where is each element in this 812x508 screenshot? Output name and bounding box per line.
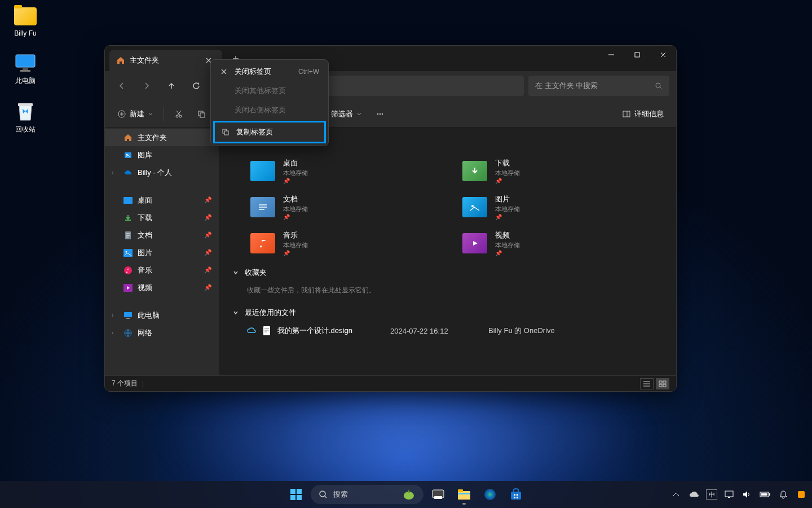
download-icon [123, 213, 133, 223]
copy-button[interactable] [191, 104, 211, 124]
section-favorites[interactable]: 收藏夹 [230, 263, 665, 282]
qa-item-documents[interactable]: 文档本地存储📌 [247, 191, 436, 224]
search-box[interactable]: 在 主文件夹 中搜索 [528, 76, 669, 96]
pin-icon: 📌 [283, 250, 308, 256]
tray-ime-icon[interactable]: 中 [706, 489, 717, 500]
file-icon [263, 326, 271, 336]
svg-rect-1 [23, 68, 28, 70]
titlebar[interactable]: 主文件夹 [105, 46, 676, 71]
ctx-close-tab[interactable]: 关闭标签页 Ctrl+W [213, 62, 326, 81]
sidebar-item-this-pc[interactable]: › 此电脑 [105, 306, 219, 324]
qa-item-desktop[interactable]: 桌面本地存储📌 [247, 155, 436, 187]
chevron-down-icon [232, 309, 239, 316]
tray-notification-icon[interactable] [777, 488, 789, 501]
tray-volume-icon[interactable] [741, 488, 753, 501]
svg-rect-46 [434, 496, 442, 499]
tray-chevron-up-icon[interactable] [670, 488, 682, 501]
explorer-body: 主文件夹 图库 › Billy - 个人 桌面 📌 [105, 128, 676, 375]
sidebar-item-label: 音乐 [138, 265, 152, 275]
qa-item-music[interactable]: 音乐本地存储📌 [247, 227, 436, 260]
pin-icon: 📌 [204, 196, 212, 204]
ctx-duplicate-tab[interactable]: 复制标签页 [215, 122, 324, 142]
spacer [105, 296, 219, 306]
sidebar-item-desktop[interactable]: 桌面 📌 [105, 191, 219, 209]
sidebar-item-music[interactable]: 音乐 📌 [105, 261, 219, 279]
network-icon [123, 328, 133, 338]
recent-file-row[interactable]: 我的第一个设计.design 2024-07-22 16:12 Billy Fu… [230, 322, 665, 339]
svg-rect-51 [511, 492, 521, 500]
taskbar-app-explorer[interactable] [453, 483, 475, 506]
maximize-button[interactable] [624, 46, 650, 64]
forward-button[interactable] [136, 76, 157, 96]
start-button[interactable] [285, 483, 307, 506]
close-button[interactable] [650, 46, 676, 64]
svg-point-23 [124, 266, 132, 274]
svg-rect-41 [290, 495, 295, 500]
tray-onedrive-icon[interactable] [688, 488, 700, 501]
qa-item-downloads[interactable]: 下载本地存储📌 [459, 155, 648, 187]
item-count: 7 个项目 [112, 379, 138, 388]
cut-button[interactable] [169, 104, 189, 124]
svg-rect-40 [297, 489, 302, 494]
file-date: 2024-07-22 16:12 [390, 327, 480, 335]
desktop-icon-recycle-bin[interactable]: 回收站 [6, 98, 45, 137]
sidebar-item-pictures[interactable]: 图片 📌 [105, 244, 219, 261]
minimize-button[interactable] [598, 46, 624, 64]
svg-rect-0 [16, 55, 35, 67]
toolbar: 新建 排序 查看 筛选器 详细信息 [105, 100, 676, 128]
sidebar-item-downloads[interactable]: 下载 📌 [105, 209, 219, 226]
svg-rect-4 [635, 52, 639, 57]
tab-title: 主文件夹 [130, 55, 159, 65]
task-view-button[interactable] [427, 483, 449, 506]
more-button[interactable] [370, 104, 390, 124]
desktop-icon [123, 195, 133, 205]
details-view-button[interactable] [640, 378, 654, 389]
taskbar-app-store[interactable] [505, 483, 527, 506]
monitor-icon [123, 310, 133, 321]
svg-rect-25 [124, 312, 132, 317]
qa-item-pictures[interactable]: 图片本地存储📌 [459, 191, 648, 224]
svg-rect-47 [458, 491, 470, 500]
section-recent[interactable]: 最近使用的文件 [230, 303, 665, 322]
svg-rect-53 [517, 494, 518, 496]
taskbar-app-edge[interactable] [479, 483, 501, 506]
sidebar-item-gallery[interactable]: 图库 [105, 146, 219, 164]
details-pane-icon [622, 110, 631, 119]
sidebar-item-personal[interactable]: › Billy - 个人 [105, 164, 219, 181]
svg-point-7 [176, 115, 178, 117]
tray-battery-icon[interactable] [759, 488, 771, 501]
desktop-icon-this-pc[interactable]: 此电脑 [6, 50, 45, 88]
section-title: 最近使用的文件 [245, 308, 296, 318]
tray-extra-icon[interactable] [795, 488, 807, 501]
tab-context-menu: 关闭标签页 Ctrl+W 关闭其他标签页 关闭右侧标签页 复制标签页 [210, 59, 329, 146]
qa-item-videos[interactable]: 视频本地存储📌 [459, 227, 648, 260]
desktop-icon-user-folder[interactable]: Billy Fu [6, 3, 45, 40]
pin-icon: 📌 [495, 250, 520, 256]
chevron-right-icon: › [112, 312, 118, 318]
svg-rect-49 [458, 493, 470, 494]
up-button[interactable] [161, 76, 182, 96]
taskbar-center: 搜索 [285, 483, 527, 506]
refresh-button[interactable] [186, 76, 206, 96]
pin-icon: 📌 [204, 249, 212, 256]
new-button[interactable]: 新建 [112, 104, 159, 124]
svg-point-50 [484, 489, 496, 500]
back-button[interactable] [112, 76, 132, 96]
taskbar-search[interactable]: 搜索 [311, 485, 423, 504]
icons-view-button[interactable] [656, 378, 669, 389]
details-pane-button[interactable]: 详细信息 [616, 104, 669, 124]
sidebar-item-network[interactable]: › 网络 [105, 324, 219, 341]
search-placeholder: 在 主文件夹 中搜索 [535, 81, 598, 91]
monitor-icon [14, 52, 37, 75]
pin-icon: 📌 [204, 266, 212, 274]
promo-icon [402, 488, 416, 501]
sidebar-item-documents[interactable]: 文档 📌 [105, 226, 219, 244]
sidebar-item-videos[interactable]: 视频 📌 [105, 279, 219, 296]
svg-rect-34 [663, 381, 666, 383]
sidebar-item-home[interactable]: 主文件夹 [105, 129, 219, 146]
tab-home[interactable]: 主文件夹 [109, 50, 222, 71]
ctx-close-others: 关闭其他标签页 [213, 81, 326, 100]
svg-point-14 [379, 113, 381, 114]
tray-network-icon[interactable] [723, 488, 735, 501]
chevron-down-icon [232, 269, 239, 276]
